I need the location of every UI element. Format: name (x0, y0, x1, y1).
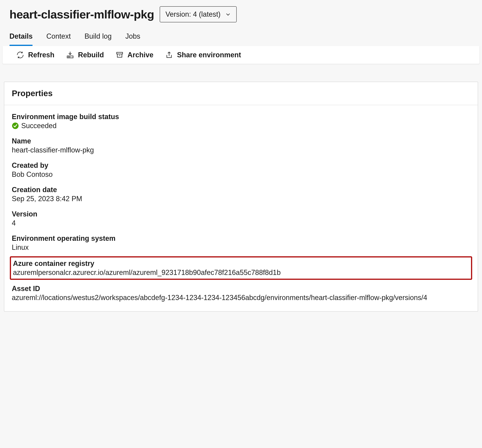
refresh-label: Refresh (28, 51, 54, 59)
prop-asset-id: Asset ID azureml://locations/westus2/wor… (4, 281, 478, 305)
tab-jobs[interactable]: Jobs (125, 32, 140, 45)
prop-value: 4 (12, 219, 470, 227)
share-environment-label: Share environment (177, 51, 241, 59)
prop-value: azuremlpersonalcr.azurecr.io/azureml/azu… (13, 268, 469, 277)
build-status-text: Succeeded (21, 122, 56, 130)
prop-label: Version (12, 210, 470, 218)
tab-context[interactable]: Context (46, 32, 71, 45)
archive-label: Archive (128, 51, 153, 59)
action-toolbar: Refresh Rebuild Archive Share environmen… (2, 46, 480, 64)
version-dropdown-label: Version: 4 (latest) (166, 10, 221, 18)
prop-label: Azure container registry (13, 259, 469, 268)
tab-build-log[interactable]: Build log (84, 32, 112, 45)
prop-label: Name (12, 137, 470, 145)
prop-version: Version 4 (4, 206, 478, 231)
share-environment-button[interactable]: Share environment (165, 51, 241, 59)
properties-panel: Properties Environment image build statu… (4, 82, 478, 312)
prop-label: Asset ID (12, 284, 470, 293)
prop-value: Succeeded (12, 122, 470, 130)
archive-button[interactable]: Archive (116, 51, 153, 59)
prop-value: Sep 25, 2023 8:42 PM (12, 195, 470, 203)
tab-bar: Details Context Build log Jobs (0, 22, 482, 45)
prop-os: Environment operating system Linux (4, 231, 478, 255)
rebuild-icon (66, 51, 74, 59)
prop-label: Creation date (12, 186, 470, 194)
properties-list: Environment image build status Succeeded… (4, 105, 478, 311)
share-icon (165, 51, 173, 59)
prop-acr: Azure container registry azuremlpersonal… (13, 259, 469, 277)
rebuild-button[interactable]: Rebuild (66, 51, 104, 59)
highlighted-property: Azure container registry azuremlpersonal… (10, 256, 472, 280)
success-check-icon (12, 122, 19, 129)
prop-value: heart-classifier-mlflow-pkg (12, 146, 470, 154)
page-title: heart-classifier-mlflow-pkg (9, 8, 154, 21)
prop-creation-date: Creation date Sep 25, 2023 8:42 PM (4, 182, 478, 206)
prop-created-by: Created by Bob Contoso (4, 158, 478, 182)
prop-build-status: Environment image build status Succeeded (4, 109, 478, 134)
refresh-icon (16, 51, 24, 59)
tab-details[interactable]: Details (9, 32, 32, 45)
prop-label: Created by (12, 161, 470, 170)
chevron-down-icon (225, 12, 231, 17)
archive-icon (116, 51, 124, 59)
refresh-button[interactable]: Refresh (16, 51, 54, 59)
svg-rect-4 (117, 52, 123, 54)
version-dropdown[interactable]: Version: 4 (latest) (160, 6, 237, 22)
page-header: heart-classifier-mlflow-pkg Version: 4 (… (0, 0, 482, 22)
prop-label: Environment operating system (12, 234, 470, 243)
properties-panel-title: Properties (4, 82, 478, 105)
prop-value: azureml://locations/westus2/workspaces/a… (12, 294, 470, 302)
prop-name: Name heart-classifier-mlflow-pkg (4, 134, 478, 158)
rebuild-label: Rebuild (78, 51, 104, 59)
prop-value: Linux (12, 243, 470, 252)
prop-value: Bob Contoso (12, 170, 470, 179)
svg-point-7 (12, 123, 19, 129)
prop-label: Environment image build status (12, 113, 470, 121)
